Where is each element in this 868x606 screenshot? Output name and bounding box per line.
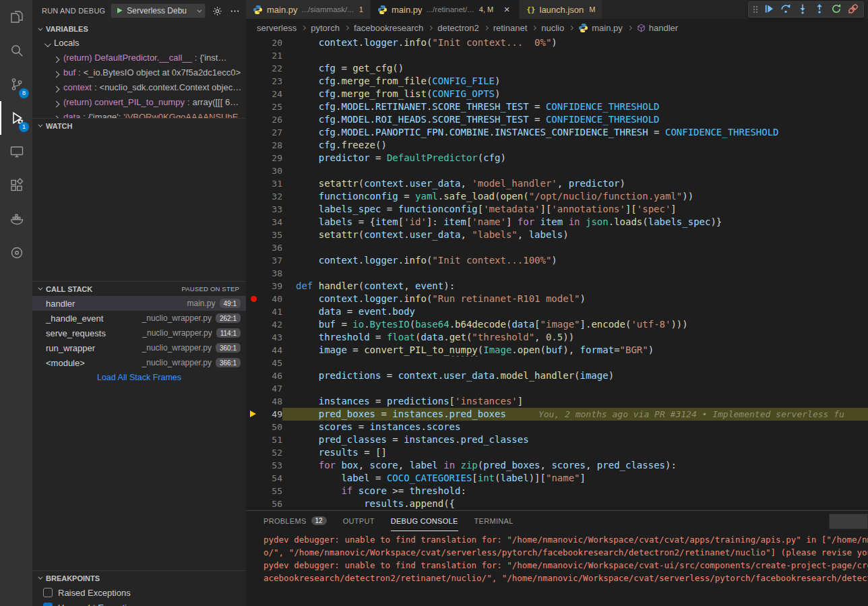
code-text[interactable] bbox=[282, 267, 868, 280]
breadcrumb-item[interactable]: serverless bbox=[257, 23, 297, 33]
breakpoint-gutter[interactable] bbox=[246, 229, 261, 241]
breakpoint-row[interactable]: Raised Exceptions bbox=[32, 585, 246, 600]
gear-icon[interactable] bbox=[211, 6, 223, 16]
code-text[interactable] bbox=[282, 164, 868, 177]
close-icon[interactable]: × bbox=[501, 4, 512, 15]
code-text[interactable]: pred_boxes = instances.pred_boxesYou, 2 … bbox=[282, 408, 868, 421]
call-stack-frame[interactable]: _handle_event_nuclio_wrapper.py262:1 bbox=[32, 311, 246, 326]
variable-row[interactable]: buf: <_io.BytesIO object at 0x7f5a2dc1ec… bbox=[32, 66, 246, 81]
breadcrumb-item[interactable]: main.py bbox=[578, 23, 623, 33]
activity-bar-item-extensions[interactable] bbox=[0, 169, 32, 202]
more-actions-icon[interactable] bbox=[228, 6, 241, 16]
breakpoint-gutter[interactable] bbox=[246, 88, 261, 100]
breakpoint-gutter[interactable] bbox=[246, 139, 261, 152]
breakpoint-gutter[interactable] bbox=[246, 382, 261, 395]
debug-config-dropdown[interactable]: Serverless Debu bbox=[111, 3, 206, 18]
breakpoint-gutter[interactable] bbox=[246, 305, 261, 318]
checkbox[interactable] bbox=[43, 603, 53, 606]
editor-tab-1[interactable]: main.py.../siammask/...1 bbox=[246, 0, 371, 19]
code-text[interactable]: image = convert_PIL_to_numpy(Image.open(… bbox=[282, 344, 868, 357]
editor-tab-2[interactable]: main.py.../retinanet/...4, M× bbox=[371, 0, 520, 19]
breakpoint-gutter[interactable] bbox=[246, 254, 261, 267]
code-text[interactable]: def handler(context, event): bbox=[282, 280, 868, 293]
breakpoint-gutter[interactable] bbox=[246, 293, 261, 305]
toolbar-grip-handle[interactable] bbox=[751, 4, 760, 15]
breakpoint-gutter[interactable] bbox=[246, 472, 261, 485]
activity-bar-item-docker[interactable] bbox=[0, 202, 32, 236]
panel-tab-terminal[interactable]: TERMINAL bbox=[474, 511, 514, 531]
breadcrumb-item[interactable]: handler bbox=[637, 23, 678, 33]
code-text[interactable]: predictor = DefaultPredictor(cfg) bbox=[282, 152, 868, 164]
code-text[interactable]: buf = io.BytesIO(base64.b64decode(data["… bbox=[282, 318, 868, 331]
code-text[interactable] bbox=[282, 49, 868, 62]
code-text[interactable]: labels_spec = functionconfig['metadata']… bbox=[282, 203, 868, 216]
breakpoint-gutter[interactable] bbox=[246, 446, 261, 459]
code-text[interactable]: labels = {item['id']: item['name'] for i… bbox=[282, 216, 868, 229]
breakpoint-gutter[interactable] bbox=[246, 62, 261, 75]
variable-row[interactable]: (return) DefaultPredictor.__call__: {'in… bbox=[32, 51, 246, 66]
breakpoint-gutter[interactable] bbox=[246, 318, 261, 331]
code-text[interactable]: instances = predictions['instances'] bbox=[282, 395, 868, 408]
disconnect-button[interactable] bbox=[846, 2, 861, 17]
call-stack-section-header[interactable]: CALL STACK PAUSED ON STEP bbox=[32, 281, 246, 296]
code-text[interactable]: functionconfig = yaml.safe_load(open("/o… bbox=[282, 190, 868, 203]
panel-tab-output[interactable]: OUTPUT bbox=[343, 511, 375, 531]
breakpoint-gutter[interactable] bbox=[246, 113, 261, 126]
code-text[interactable]: pred_classes = instances.pred_classes bbox=[282, 433, 868, 446]
code-text[interactable]: results.append({ bbox=[282, 497, 868, 510]
breakpoint-gutter[interactable] bbox=[246, 408, 261, 421]
breakpoint-gutter[interactable] bbox=[246, 177, 261, 190]
activity-bar-item-extra-tool[interactable] bbox=[0, 236, 32, 270]
code-text[interactable]: if score >= threshold: bbox=[282, 485, 868, 497]
code-text[interactable]: setattr(context.user_data, "labels", lab… bbox=[282, 229, 868, 241]
code-text[interactable] bbox=[282, 382, 868, 395]
variable-row[interactable]: (return) convert_PIL_to_numpy: array([[[… bbox=[32, 96, 246, 111]
code-text[interactable]: cfg.freeze() bbox=[282, 139, 868, 152]
panel-tab-problems[interactable]: PROBLEMS12 bbox=[264, 511, 327, 531]
console-filter-input[interactable] bbox=[829, 514, 868, 529]
variable-row[interactable]: context: <nuclio_sdk.context.Context obj… bbox=[32, 81, 246, 96]
breakpoint-row[interactable]: Uncaught Exceptions bbox=[32, 600, 246, 606]
start-debugging-icon[interactable] bbox=[116, 6, 123, 16]
breakpoint-gutter[interactable] bbox=[246, 485, 261, 497]
breakpoint-gutter[interactable] bbox=[246, 203, 261, 216]
step-out-button[interactable] bbox=[812, 2, 827, 17]
call-stack-frame[interactable]: serve_requests_nuclio_wrapper.py114:1 bbox=[32, 326, 246, 340]
variables-scope-locals[interactable]: Locals bbox=[32, 36, 246, 51]
breakpoint-gutter[interactable] bbox=[246, 190, 261, 203]
watch-section-header[interactable]: WATCH bbox=[32, 118, 246, 133]
code-text[interactable]: cfg = get_cfg() bbox=[282, 62, 868, 75]
code-editor[interactable]: 20 context.logger.info("Init context... … bbox=[246, 36, 868, 510]
breakpoint-gutter[interactable] bbox=[246, 100, 261, 113]
editor-tab-3[interactable]: {}launch.jsonM bbox=[520, 0, 602, 19]
code-text[interactable]: scores = instances.scores bbox=[282, 421, 868, 433]
breakpoint-gutter[interactable] bbox=[246, 280, 261, 293]
breakpoint-gutter[interactable] bbox=[246, 36, 261, 49]
code-text[interactable]: cfg.MODEL.RETINANET.SCORE_THRESH_TEST = … bbox=[282, 100, 868, 113]
breakpoint-gutter[interactable] bbox=[246, 357, 261, 369]
breakpoint-gutter[interactable] bbox=[246, 216, 261, 229]
code-text[interactable]: data = event.body bbox=[282, 305, 868, 318]
call-stack-frame[interactable]: run_wrapper_nuclio_wrapper.py360:1 bbox=[32, 340, 246, 355]
breakpoint-gutter[interactable] bbox=[246, 241, 261, 254]
code-text[interactable]: cfg.MODEL.PANOPTIC_FPN.COMBINE.INSTANCES… bbox=[282, 126, 868, 139]
step-into-button[interactable] bbox=[795, 2, 810, 17]
breakpoint-gutter[interactable] bbox=[246, 459, 261, 472]
breakpoint-gutter[interactable] bbox=[246, 331, 261, 344]
load-all-stack-frames-link[interactable]: Load All Stack Frames bbox=[32, 370, 246, 385]
breadcrumb-item[interactable]: retinanet bbox=[493, 23, 528, 33]
breakpoint-gutter[interactable] bbox=[246, 433, 261, 446]
code-text[interactable]: context.logger.info("Init context... 0%"… bbox=[282, 36, 868, 49]
breakpoint-gutter[interactable] bbox=[246, 49, 261, 62]
breakpoints-section-header[interactable]: BREAKPOINTS bbox=[32, 570, 246, 585]
panel-tab-debug-console[interactable]: DEBUG CONSOLE bbox=[391, 511, 458, 531]
call-stack-frame[interactable]: <module>_nuclio_wrapper.py366:1 bbox=[32, 355, 246, 370]
call-stack-frame[interactable]: handlermain.py49:1 bbox=[32, 296, 246, 311]
breadcrumb-item[interactable]: pytorch bbox=[311, 23, 340, 33]
activity-bar-item-search[interactable] bbox=[0, 34, 32, 67]
breakpoint-gutter[interactable] bbox=[246, 126, 261, 139]
code-text[interactable]: cfg.merge_from_file(CONFIG_FILE) bbox=[282, 75, 868, 88]
activity-bar-item-run-debug[interactable]: 1 bbox=[0, 101, 32, 135]
variable-row[interactable]: data: {'image': 'iVBORw0KGgoAAAANSUhE… bbox=[32, 111, 246, 118]
continue-button[interactable] bbox=[762, 2, 776, 17]
